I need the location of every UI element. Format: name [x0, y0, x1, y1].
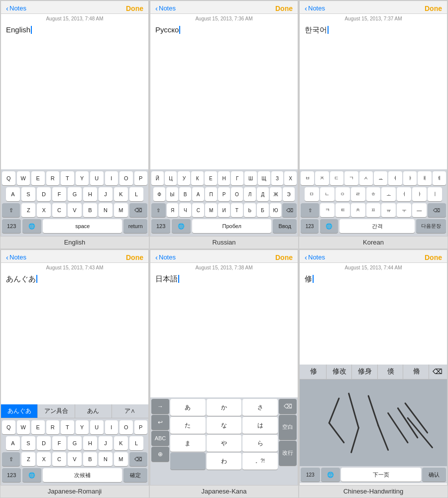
key-ㅑ[interactable]: ㅑ: [403, 171, 417, 185]
key-ㅈ[interactable]: ㅈ: [315, 171, 329, 185]
key-ㅔ[interactable]: ㅔ: [433, 171, 446, 185]
key-return-jp[interactable]: 確定: [123, 468, 147, 482]
key-p[interactable]: P: [134, 171, 148, 185]
key-や[interactable]: や: [207, 435, 242, 452]
key-g[interactable]: G: [68, 187, 82, 201]
key-ㅌ[interactable]: ㅌ: [336, 203, 350, 217]
key-confirm-zh[interactable]: 确认: [422, 468, 446, 482]
back-button-zh-hw[interactable]: ‹ Notes: [305, 253, 325, 261]
key-n-jp[interactable]: N: [99, 452, 112, 466]
key-ㅍ[interactable]: ㅍ: [366, 203, 381, 217]
key-ㅁ[interactable]: ㅁ: [305, 187, 319, 201]
key-space-ru[interactable]: Пробел: [192, 219, 271, 233]
key-у[interactable]: У: [178, 171, 190, 185]
done-button-jp-ro[interactable]: Done: [126, 253, 143, 261]
key-е[interactable]: Е: [205, 171, 217, 185]
key-space-blank[interactable]: 空白: [279, 415, 297, 440]
key-м[interactable]: М: [205, 203, 217, 217]
key-б[interactable]: Б: [257, 203, 269, 217]
key-abc[interactable]: ABC: [151, 431, 169, 446]
key-delete-jp[interactable]: ⌫: [129, 452, 147, 466]
key-з[interactable]: З: [271, 171, 284, 185]
hw-cand-4[interactable]: 倏: [379, 365, 404, 379]
key-ㅣ[interactable]: ㅣ: [428, 187, 442, 201]
suggestion-4[interactable]: ア∧: [112, 404, 148, 418]
key-ま[interactable]: ま: [170, 435, 206, 452]
hw-cand-1[interactable]: 修: [302, 365, 327, 379]
key-э[interactable]: Э: [283, 187, 295, 201]
key-с[interactable]: С: [192, 203, 204, 217]
hw-cand-5[interactable]: 脩: [404, 365, 429, 379]
key-delete-ru[interactable]: ⌫: [282, 203, 297, 217]
key-ы[interactable]: Ы: [166, 187, 178, 201]
key-space-ko[interactable]: 간격: [339, 219, 415, 233]
note-content-english[interactable]: English: [1, 22, 148, 169]
key-globe-jp[interactable]: 🌐: [22, 468, 41, 482]
key-123-ru[interactable]: 123: [151, 219, 170, 233]
key-return[interactable]: return: [123, 219, 147, 233]
key-return-kana[interactable]: 改行: [279, 441, 297, 466]
key-delete[interactable]: ⌫: [129, 203, 147, 217]
hw-cand-3[interactable]: 修身: [353, 365, 378, 379]
key-r[interactable]: R: [46, 171, 60, 185]
key-f[interactable]: F: [52, 187, 66, 201]
done-button-jp-kana[interactable]: Done: [275, 253, 293, 261]
key-た[interactable]: た: [170, 417, 206, 434]
key-globe-kana[interactable]: ⊕: [151, 447, 169, 462]
key-y-jp[interactable]: Y: [76, 420, 89, 434]
key-a[interactable]: A: [6, 187, 20, 201]
key-m-jp[interactable]: M: [114, 452, 128, 466]
key-u[interactable]: U: [90, 171, 104, 185]
key-e[interactable]: E: [31, 171, 45, 185]
note-content-jp-kana[interactable]: 日本語: [150, 271, 298, 397]
key-123[interactable]: 123: [2, 219, 21, 233]
key-123-jp[interactable]: 123: [2, 468, 21, 482]
key-ら[interactable]: ら: [242, 435, 278, 452]
key-ㅓ[interactable]: ㅓ: [397, 187, 411, 201]
key-あ[interactable]: あ: [170, 399, 206, 416]
key-next-zh[interactable]: 下一页: [341, 468, 421, 482]
key-d-jp[interactable]: D: [37, 436, 51, 450]
key-さ[interactable]: さ: [242, 399, 278, 416]
key-delete-kana[interactable]: ⌫: [279, 399, 297, 414]
key-т[interactable]: Т: [231, 203, 243, 217]
key-か[interactable]: か: [207, 399, 242, 416]
key-shift-ko[interactable]: ⇧: [301, 203, 319, 217]
key-dash[interactable]: —: [412, 203, 427, 217]
key-globe-ko[interactable]: 🌐: [320, 219, 338, 233]
note-content-russian[interactable]: Русско: [150, 22, 298, 169]
suggestion-1[interactable]: あんぐあ: [1, 404, 38, 418]
key-undo[interactable]: ↩: [151, 415, 169, 430]
key-g-jp[interactable]: G: [68, 436, 82, 450]
key-к[interactable]: К: [191, 171, 204, 185]
key-は[interactable]: は: [242, 417, 278, 434]
key-ㅐ[interactable]: ㅐ: [418, 171, 431, 185]
hw-delete-btn[interactable]: ⌫: [430, 368, 445, 375]
key-k[interactable]: K: [114, 187, 128, 201]
key-return-ko[interactable]: 다음문장: [416, 219, 446, 233]
key-123-ko[interactable]: 123: [301, 219, 319, 233]
key-x-jp[interactable]: X: [37, 452, 51, 466]
key-u-jp[interactable]: U: [90, 420, 104, 434]
key-y[interactable]: Y: [76, 171, 89, 185]
key-ㄷ[interactable]: ㄷ: [330, 171, 343, 185]
key-globe-zh[interactable]: 🌐: [321, 468, 340, 482]
key-q[interactable]: Q: [2, 171, 15, 185]
key-ш[interactable]: Ш: [244, 171, 257, 185]
key-ㅇ[interactable]: ㅇ: [336, 187, 350, 201]
key-123-zh[interactable]: 123: [301, 468, 320, 482]
key-l[interactable]: L: [129, 187, 143, 201]
back-button-jp-kana[interactable]: ‹ Notes: [155, 253, 176, 261]
done-button-english[interactable]: Done: [126, 4, 143, 12]
key-h-jp[interactable]: H: [83, 436, 97, 450]
key-в[interactable]: В: [179, 187, 191, 201]
key-ㅏ[interactable]: ㅏ: [412, 187, 427, 201]
key-ф[interactable]: Ф: [153, 187, 165, 201]
hw-cand-2[interactable]: 修改: [328, 365, 352, 379]
hw-drawing-area[interactable]: [300, 379, 447, 467]
key-й[interactable]: Й: [151, 171, 164, 185]
key-p-jp[interactable]: P: [134, 420, 148, 434]
key-f-jp[interactable]: F: [52, 436, 66, 450]
key-ч[interactable]: Ч: [179, 203, 191, 217]
key-ㄴ[interactable]: ㄴ: [320, 187, 335, 201]
